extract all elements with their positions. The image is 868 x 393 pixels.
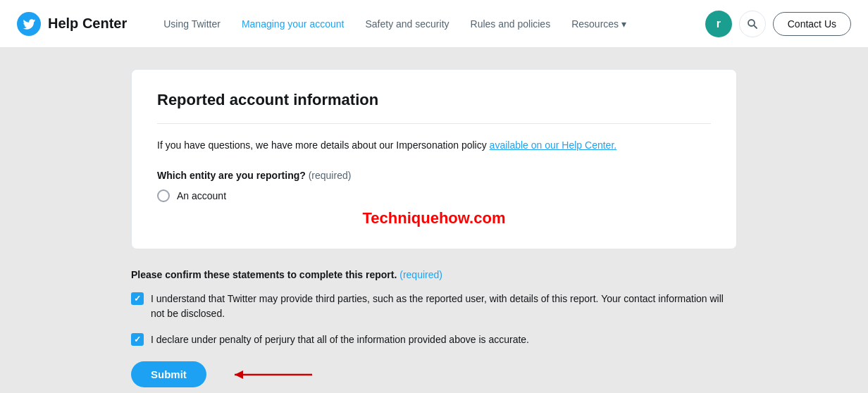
checkbox-text-2: I declare under penalty of perjury that … [151,332,529,347]
chevron-down-icon: ▾ [621,18,626,30]
nav-item-rules-policies[interactable]: Rules and policies [462,13,559,35]
nav-item-managing-account[interactable]: Managing your account [233,13,353,35]
info-text: If you have questions, we have more deta… [157,138,711,153]
statements-section: Please confirm these statements to compl… [131,269,737,393]
watermark: Techniquehow.com [157,209,711,227]
header: Help Center Using Twitter Managing your … [0,0,868,48]
help-center-link[interactable]: available on our Help Center. [490,139,617,151]
submit-area: Submit [131,361,737,387]
search-button[interactable] [739,11,766,37]
radio-label-account: An account [177,190,226,201]
arrow-icon [228,365,312,385]
search-icon [747,18,758,30]
card-divider [157,123,711,124]
svg-marker-4 [235,370,243,379]
nav-item-safety-security[interactable]: Safety and security [356,13,457,35]
checkbox-2[interactable]: ✓ [131,333,144,346]
statements-title: Please confirm these statements to compl… [131,269,737,280]
avatar[interactable]: r [705,11,732,37]
help-center-title: Help Center [48,15,127,32]
contact-us-button[interactable]: Contact Us [773,12,851,36]
checkbox-1[interactable]: ✓ [131,292,144,305]
checkmark-icon: ✓ [134,294,141,304]
submit-button[interactable]: Submit [131,361,206,387]
checkmark-icon-2: ✓ [134,335,141,344]
reported-account-card: Reported account information If you have… [131,69,737,249]
nav-item-using-twitter[interactable]: Using Twitter [155,13,229,35]
nav-item-resources[interactable]: Resources ▾ [563,13,635,35]
question-label: Which entity are you reporting? (require… [157,170,711,181]
twitter-logo-icon [17,12,41,36]
checkbox-text-1: I understand that Twitter may provide th… [151,292,737,321]
radio-option-account[interactable]: An account [157,189,711,202]
checkbox-item-1: ✓ I understand that Twitter may provide … [131,292,737,321]
radio-input-account[interactable] [157,189,170,202]
main-content: Reported account information If you have… [117,48,751,393]
card-title: Reported account information [157,91,711,109]
header-right: r Contact Us [705,11,851,37]
logo-area[interactable]: Help Center [17,12,127,36]
main-nav: Using Twitter Managing your account Safe… [155,13,705,35]
svg-line-2 [754,25,757,28]
checkbox-item-2: ✓ I declare under penalty of perjury tha… [131,332,737,347]
